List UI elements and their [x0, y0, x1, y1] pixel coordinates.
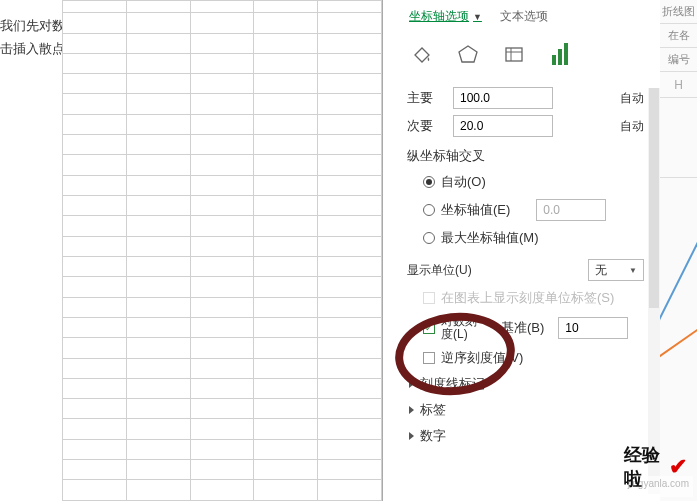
column-header-h[interactable]: H: [660, 72, 697, 98]
show-unit-label-checkbox: 在图表上显示刻度单位标签(S): [423, 289, 644, 307]
fill-bucket-icon[interactable]: [409, 41, 435, 67]
log-scale-checkbox[interactable]: [423, 322, 435, 334]
svg-rect-1: [506, 48, 522, 61]
log-scale-label: 对数刻 度(L): [441, 315, 487, 341]
checkbox-icon: [423, 292, 435, 304]
cross-value-radio[interactable]: 坐标轴值(E): [423, 199, 644, 221]
pentagon-effects-icon[interactable]: [455, 41, 481, 67]
display-unit-select[interactable]: 无 ▼: [588, 259, 644, 281]
expander-labels[interactable]: 标签: [409, 401, 644, 419]
cross-value-input[interactable]: [536, 199, 606, 221]
chevron-down-icon: ▼: [473, 12, 482, 22]
text-options-tab[interactable]: 文本选项: [500, 8, 548, 25]
radio-icon: [423, 176, 435, 188]
major-unit-label: 主要: [407, 89, 443, 107]
minor-unit-label: 次要: [407, 117, 443, 135]
cross-max-radio[interactable]: 最大坐标轴值(M): [423, 229, 644, 247]
minor-auto-label: 自动: [620, 118, 644, 135]
display-unit-label: 显示单位(U): [407, 262, 472, 279]
log-base-input[interactable]: [558, 317, 628, 339]
svg-marker-0: [459, 46, 477, 62]
expander-numbers[interactable]: 数字: [409, 427, 644, 445]
size-properties-icon[interactable]: [501, 41, 527, 67]
triangle-right-icon: [409, 406, 414, 414]
triangle-right-icon: [409, 380, 414, 388]
right-tab-2[interactable]: 编号: [660, 48, 697, 72]
chevron-down-icon: ▼: [629, 266, 637, 275]
expander-tick-marks[interactable]: 刻度线标记: [409, 375, 644, 393]
triangle-right-icon: [409, 432, 414, 440]
axis-options-tab[interactable]: 坐标轴选项 ▼: [409, 8, 482, 25]
partial-line-chart: [660, 178, 697, 378]
bar-chart-icon[interactable]: [547, 41, 573, 67]
watermark: 经验啦 ✔ jingyanla.com: [624, 476, 693, 497]
right-cropped-column: 折线图 在各 编号 H: [660, 0, 697, 501]
panel-scrollbar[interactable]: [648, 88, 660, 494]
major-unit-input[interactable]: [453, 87, 553, 109]
cross-auto-radio[interactable]: 自动(O): [423, 173, 644, 191]
format-axis-panel: 坐标轴选项 ▼ 文本选项 主要 自动 次要 自动 纵坐标轴交叉: [382, 0, 660, 501]
reverse-order-checkbox[interactable]: 逆序刻度值(V): [423, 349, 644, 367]
panel-category-icons: [391, 31, 660, 81]
radio-icon: [423, 204, 435, 216]
axis-cross-heading: 纵坐标轴交叉: [407, 147, 644, 165]
checkbox-icon: [423, 352, 435, 364]
cropped-article-text: 我们先对数 击插入散点: [0, 14, 60, 61]
right-tab-0[interactable]: 折线图: [660, 0, 697, 24]
svg-line-5: [660, 328, 697, 363]
svg-line-4: [660, 238, 697, 338]
spreadsheet-grid[interactable]: [62, 0, 382, 501]
radio-icon: [423, 232, 435, 244]
major-auto-label: 自动: [620, 90, 644, 107]
minor-unit-input[interactable]: [453, 115, 553, 137]
check-mark-icon: ✔: [669, 454, 687, 480]
log-base-label: 基准(B): [501, 319, 544, 337]
scrollbar-thumb[interactable]: [649, 88, 659, 308]
right-tab-1[interactable]: 在各: [660, 24, 697, 48]
